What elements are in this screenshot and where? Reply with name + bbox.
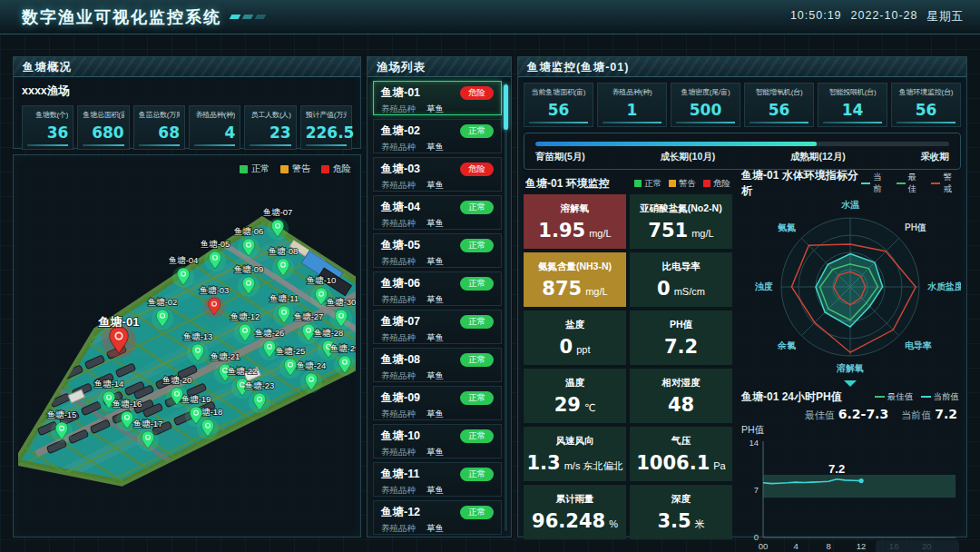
list-scrollbar-thumb[interactable] [504, 84, 508, 130]
list-item[interactable]: 鱼塘-07正常养殖品种草鱼 [373, 310, 502, 344]
list-item[interactable]: 鱼塘-05正常养殖品种草鱼 [373, 233, 502, 268]
env-cell: 深度3.5米 [630, 485, 732, 539]
list-item[interactable]: 鱼塘-06正常养殖品种草鱼 [373, 271, 502, 306]
legend-item: 危险 [321, 163, 351, 175]
panel-pond-overview-title: 鱼塘概况 [14, 57, 360, 77]
farm-name: xxxx渔场 [22, 84, 352, 99]
stat-box: 员工人数(人)23 [244, 105, 296, 150]
pond-label: 鱼塘-29 [330, 343, 356, 353]
radar-axis-label: 氨氮 [777, 222, 796, 232]
env-cell-value: 875 [542, 278, 582, 300]
stat-label: 当前鱼塘面积(亩) [529, 87, 588, 97]
pond-label: 鱼塘-17 [133, 419, 163, 429]
chevron-down-icon[interactable] [844, 380, 857, 387]
radar-axis-label: 电导率 [905, 340, 932, 350]
list-item[interactable]: 鱼塘-09正常养殖品种草鱼 [373, 386, 502, 420]
clock-weekday: 星期五 [927, 9, 965, 25]
stat-value: 1 [603, 101, 662, 119]
status-badge: 正常 [460, 277, 494, 291]
pond-breed-row: 养殖品种草鱼 [381, 218, 494, 230]
stat-label: 鱼苗总数(万尾) [139, 110, 180, 120]
list-item[interactable]: 鱼塘-01危险养殖品种草鱼 [373, 81, 502, 115]
breed-label: 养殖品种 [381, 180, 416, 190]
panel-pond-monitor: 鱼塘监控(鱼塘-01) 当前鱼塘面积(亩)56养殖品种(种)1鱼塘密度(尾/亩)… [517, 56, 967, 537]
ph-xtick: 8 [826, 541, 830, 551]
env-cell-label: PH值 [670, 319, 692, 331]
env-cell-unit: 米 [695, 518, 705, 529]
stat-underline [139, 144, 180, 146]
ph-line-chart: 071400481216207.2 [740, 436, 961, 552]
growth-progress-bar [535, 142, 949, 146]
env-cell-value-row: 0ppt [560, 336, 591, 358]
growth-stage-box: 育苗期(5月)成长期(10月)成熟期(12月)采收期 [524, 133, 961, 170]
env-cell-unit: Pa [713, 460, 725, 471]
env-cell: 累计雨量96.248% [524, 485, 626, 539]
env-cell-value-row: 48 [668, 394, 694, 416]
pond-label: 鱼塘-14 [94, 379, 124, 389]
pond-breed-row: 养殖品种草鱼 [381, 294, 494, 306]
list-item[interactable]: 鱼塘-04正常养殖品种草鱼 [373, 195, 502, 230]
env-cell-value: 3.5 [657, 510, 691, 532]
env-cell-value-row: 1.3m/s 东北偏北 [527, 452, 623, 474]
list-item[interactable]: 鱼塘-12正常养殖品种草鱼 [373, 500, 502, 535]
list-item-header: 鱼塘-06正常 [381, 276, 494, 291]
growth-stage-labels: 育苗期(5月)成长期(10月)成熟期(12月)采收期 [535, 151, 949, 163]
env-cell-label: 气压 [671, 435, 691, 448]
env-cell: 亚硝酸盐氮(No2-N)751mg/L [630, 194, 732, 249]
growth-stage-label: 采收期 [920, 151, 949, 163]
stat-value: 14 [823, 101, 882, 119]
stat-underline [194, 144, 235, 146]
legend-item: 正常 [634, 178, 662, 190]
breed-label: 养殖品种 [381, 370, 416, 380]
list-item-header: 鱼塘-07正常 [381, 314, 494, 330]
stat-label: 员工人数(人) [250, 110, 290, 120]
stat-underline [250, 144, 290, 146]
list-item[interactable]: 鱼塘-10正常养殖品种草鱼 [373, 424, 502, 458]
list-item-header: 鱼塘-09正常 [381, 390, 494, 406]
status-badge: 正常 [460, 239, 494, 252]
env-cell-value: 48 [668, 394, 694, 416]
ph-ylabel: PH值 [740, 424, 961, 436]
section-divider [740, 380, 961, 388]
stat-underline [27, 144, 68, 146]
app-title: 数字渔业可视化监控系统 [22, 6, 221, 28]
pond-label: 鱼塘-30 [327, 297, 356, 307]
stat-value: 56 [897, 101, 956, 119]
pond-name: 鱼塘-08 [381, 352, 420, 368]
env-cell-value-row: 1.95mg/L [538, 220, 611, 242]
legend-swatch [634, 180, 642, 187]
list-item[interactable]: 鱼塘-03危险养殖品种草鱼 [373, 157, 502, 192]
pond-name: 鱼塘-05 [381, 238, 420, 253]
stat-label: 养殖品种(种) [194, 110, 235, 120]
list-item-header: 鱼塘-02正常 [381, 123, 494, 139]
env-cell-unit: % [609, 518, 618, 529]
stat-underline [750, 122, 808, 123]
clock-date: 2022-10-28 [851, 9, 918, 25]
legend-item: 警告 [280, 163, 310, 175]
stat-label: 鱼塘数(个) [27, 110, 68, 120]
panel-pond-list-title: 渔场列表 [368, 57, 511, 77]
pond-label: 鱼塘-26 [255, 328, 285, 338]
list-scrollbar-track[interactable] [505, 83, 507, 531]
breed-value: 草鱼 [426, 485, 444, 495]
stat-label: 鱼塘环境监控(台) [897, 87, 956, 97]
stat-value: 56 [529, 101, 588, 119]
list-item[interactable]: 鱼塘-02正常养殖品种草鱼 [373, 119, 502, 153]
list-item[interactable]: 鱼塘-08正常养殖品种草鱼 [373, 348, 502, 382]
pond-name: 鱼塘-09 [381, 390, 420, 406]
env-cell-value-row: 0mS/cm [657, 278, 705, 300]
list-item[interactable]: 鱼塘-11正常养殖品种草鱼 [373, 462, 502, 497]
env-cell-unit: ℃ [584, 402, 595, 413]
panel-pond-list: 渔场列表 鱼塘-01危险养殖品种草鱼鱼塘-02正常养殖品种草鱼鱼塘-03危险养殖… [367, 56, 512, 537]
stat-box: 鱼塘总面积(亩)680 [77, 105, 129, 150]
status-badge: 正常 [460, 468, 494, 481]
stat-value: 36 [27, 123, 68, 142]
list-item-header: 鱼塘-03危险 [381, 162, 494, 177]
env-cell-value-row: 7.2 [664, 336, 698, 358]
panel-pond-overview: 鱼塘概况 xxxx渔场 鱼塘数(个)36鱼塘总面积(亩)680鱼苗总数(万尾)6… [13, 56, 361, 149]
pond-label: 鱼塘-11 [270, 293, 299, 303]
stat-value: 68 [139, 123, 180, 142]
env-cell: 风速风向1.3m/s 东北偏北 [524, 427, 626, 481]
stat-box: 鱼塘数(个)36 [22, 105, 74, 150]
status-badge: 正常 [460, 506, 494, 519]
